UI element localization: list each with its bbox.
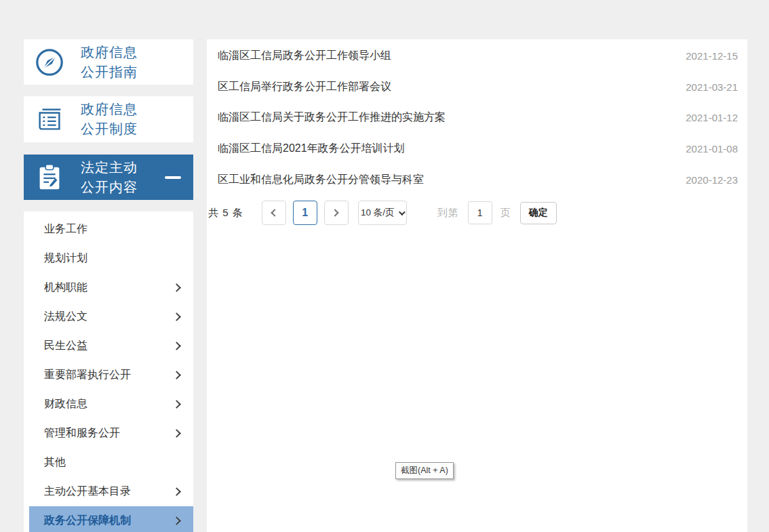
main-content: 临淄区工信局政务公开工作领导小组 2021-12-15 区工信局举行政务公开工作… bbox=[207, 39, 747, 532]
article-link[interactable]: 临淄区工信局政务公开工作领导小组 bbox=[218, 49, 391, 63]
article-date: 2020-12-23 bbox=[686, 174, 738, 186]
article-date: 2021-01-08 bbox=[686, 143, 738, 155]
minus-icon bbox=[165, 176, 181, 179]
clipboard-pen-icon bbox=[33, 161, 66, 194]
submenu-item-label: 管理和服务公开 bbox=[44, 426, 120, 441]
article-row: 临淄区工信局政务公开工作领导小组 2021-12-15 bbox=[207, 41, 747, 72]
card-label-line2: 公开内容 bbox=[81, 180, 138, 195]
submenu-item-label: 主动公开基本目录 bbox=[44, 485, 131, 499]
article-date: 2021-01-12 bbox=[686, 112, 738, 123]
screenshot-tooltip: 截图(Alt + A) bbox=[395, 462, 454, 479]
sidebar-card-gov-info-system[interactable]: 政府信息 公开制度 bbox=[24, 96, 193, 142]
submenu-item-label: 规划计划 bbox=[44, 251, 87, 266]
chevron-right-icon bbox=[172, 342, 181, 350]
submenu-item-label: 民生公益 bbox=[44, 339, 87, 353]
submenu-item-key-deployments[interactable]: 重要部署执行公开 bbox=[24, 361, 193, 390]
confirm-button[interactable]: 确定 bbox=[520, 202, 557, 224]
card-label-line1: 政府信息 bbox=[81, 102, 138, 117]
chevron-right-icon bbox=[332, 209, 339, 216]
sidebar-card-gov-info-guide[interactable]: 政府信息 公开指南 bbox=[24, 39, 193, 85]
submenu-item-public-welfare[interactable]: 民生公益 bbox=[24, 331, 193, 361]
sidebar: 政府信息 公开指南 政府信息 公开制度 bbox=[24, 39, 193, 532]
submenu-item-label: 财政信息 bbox=[44, 397, 87, 411]
next-page-button[interactable] bbox=[324, 201, 349, 225]
submenu-item-label: 重要部署执行公开 bbox=[44, 368, 131, 382]
card-label-line2: 公开指南 bbox=[81, 64, 138, 79]
card-label-line2: 公开制度 bbox=[81, 121, 138, 136]
goto-page-prefix: 到第 bbox=[437, 207, 459, 220]
page-size-select[interactable]: 10 条/页 bbox=[358, 201, 407, 225]
article-row: 区工信局举行政务公开工作部署会议 2021-03-21 bbox=[207, 72, 747, 103]
submenu-item-org-functions[interactable]: 机构职能 bbox=[24, 273, 193, 302]
submenu-item-planning[interactable]: 规划计划 bbox=[24, 244, 193, 273]
sidebar-card-statutory-disclosure[interactable]: 法定主动 公开内容 bbox=[24, 155, 193, 200]
submenu-item-disclosure-safeguard[interactable]: 政务公开保障机制 bbox=[29, 506, 193, 532]
article-row: 区工业和信息化局政务公开分管领导与科室 2020-12-23 bbox=[207, 164, 747, 195]
submenu-item-basic-catalog[interactable]: 主动公开基本目录 bbox=[24, 477, 193, 506]
submenu-item-other[interactable]: 其他 bbox=[24, 448, 193, 477]
sidebar-card-label: 法定主动 公开内容 bbox=[81, 158, 138, 197]
article-date: 2021-03-21 bbox=[686, 81, 738, 93]
article-list: 临淄区工信局政务公开工作领导小组 2021-12-15 区工信局举行政务公开工作… bbox=[207, 39, 747, 195]
chevron-right-icon bbox=[172, 429, 181, 438]
submenu-item-label: 政务公开保障机制 bbox=[44, 514, 131, 528]
chevron-right-icon bbox=[172, 487, 181, 496]
chevron-right-icon bbox=[172, 400, 181, 409]
chevron-right-icon bbox=[172, 371, 181, 380]
submenu-item-label: 机构职能 bbox=[44, 281, 87, 295]
submenu-item-label: 业务工作 bbox=[44, 222, 87, 237]
submenu-item-business-work[interactable]: 业务工作 bbox=[24, 215, 193, 244]
article-link[interactable]: 区工信局举行政务公开工作部署会议 bbox=[218, 80, 391, 94]
submenu-item-label: 其他 bbox=[44, 455, 66, 470]
pagination-bar: 共 5 条 1 10 条/页 到第 页 确定 bbox=[207, 201, 747, 225]
goto-page-input[interactable] bbox=[468, 201, 492, 224]
submenu-item-regulations[interactable]: 法规公文 bbox=[24, 302, 193, 331]
card-label-line1: 法定主动 bbox=[81, 160, 138, 175]
article-link[interactable]: 区工业和信息化局政务公开分管领导与科室 bbox=[218, 173, 424, 187]
page-size-label: 10 条/页 bbox=[361, 207, 395, 219]
article-row: 临淄区工信局2021年政务公开培训计划 2021-01-08 bbox=[207, 134, 747, 165]
compass-icon bbox=[33, 46, 66, 79]
chevron-right-icon bbox=[172, 312, 181, 321]
article-link[interactable]: 临淄区工信局关于政务公开工作推进的实施方案 bbox=[218, 110, 446, 125]
chevron-right-icon bbox=[172, 283, 181, 292]
article-date: 2021-12-15 bbox=[686, 50, 738, 62]
card-label-line1: 政府信息 bbox=[81, 45, 138, 60]
sidebar-submenu: 业务工作 规划计划 机构职能 法规公文 民生公益 重要部署执行公开 财政信息 管… bbox=[24, 211, 193, 532]
submenu-item-management-services[interactable]: 管理和服务公开 bbox=[24, 419, 193, 448]
chevron-left-icon bbox=[271, 209, 279, 216]
chevron-down-icon bbox=[399, 209, 406, 216]
sidebar-card-label: 政府信息 公开指南 bbox=[81, 43, 138, 82]
page-number-button[interactable]: 1 bbox=[293, 201, 317, 225]
notebook-icon bbox=[33, 103, 66, 136]
goto-page-suffix: 页 bbox=[500, 207, 511, 220]
submenu-item-fiscal-info[interactable]: 财政信息 bbox=[24, 390, 193, 419]
prev-page-button[interactable] bbox=[262, 201, 286, 225]
chevron-right-icon bbox=[172, 516, 181, 525]
pagination-total: 共 5 条 bbox=[208, 207, 243, 220]
article-link[interactable]: 临淄区工信局2021年政务公开培训计划 bbox=[218, 142, 405, 156]
submenu-item-label: 法规公文 bbox=[44, 310, 87, 324]
article-row: 临淄区工信局关于政务公开工作推进的实施方案 2021-01-12 bbox=[207, 102, 747, 134]
sidebar-card-label: 政府信息 公开制度 bbox=[81, 100, 138, 139]
